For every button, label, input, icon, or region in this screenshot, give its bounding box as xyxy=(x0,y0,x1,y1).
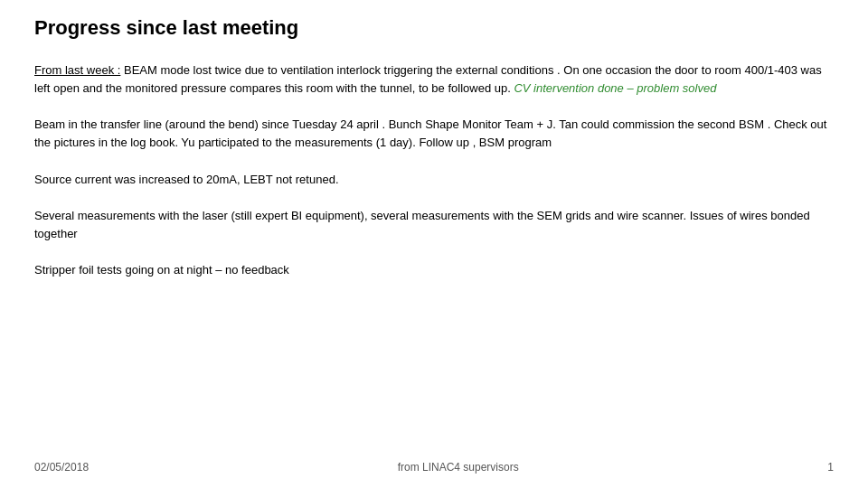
content-area: From last week : BEAM mode lost twice du… xyxy=(34,61,834,455)
para5-text: Stripper foil tests going on at night – … xyxy=(34,263,289,277)
paragraph-1: From last week : BEAM mode lost twice du… xyxy=(34,61,834,98)
slide-page: Progress since last meeting From last we… xyxy=(0,0,868,488)
footer-page: 1 xyxy=(827,461,834,474)
paragraph-3: Source current was increased to 20mA, LE… xyxy=(34,171,834,189)
footer-date: 02/05/2018 xyxy=(34,461,89,474)
para2-text: Beam in the transfer line (around the be… xyxy=(34,117,826,149)
para3-text: Source current was increased to 20mA, LE… xyxy=(34,173,339,186)
paragraph-4: Several measurements with the laser (sti… xyxy=(34,207,834,243)
paragraph-5: Stripper foil tests going on at night – … xyxy=(34,261,834,279)
footer-source: from LINAC4 supervisors xyxy=(398,461,519,474)
slide-footer: 02/05/2018 from LINAC4 supervisors 1 xyxy=(34,455,834,474)
para1-italic: CV intervention done – problem solved xyxy=(514,81,716,95)
page-title: Progress since last meeting xyxy=(34,16,834,40)
para1-underline: From last week : xyxy=(34,63,120,77)
paragraph-2: Beam in the transfer line (around the be… xyxy=(34,116,834,152)
para4-text: Several measurements with the laser (sti… xyxy=(34,209,810,240)
